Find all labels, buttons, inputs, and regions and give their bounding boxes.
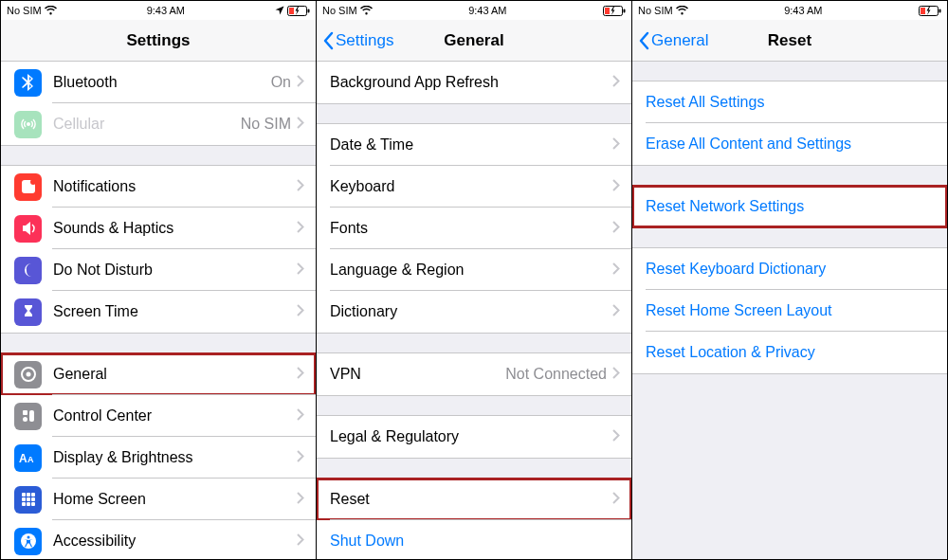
row-bg-refresh[interactable]: Background App Refresh (317, 62, 631, 103)
text-size-icon: AA (14, 444, 42, 472)
row-label: Sounds & Haptics (53, 220, 297, 237)
row-accessibility[interactable]: Accessibility (1, 520, 316, 559)
row-general[interactable]: General (1, 353, 316, 395)
general-list[interactable]: Background App Refresh Date & Time Keybo… (317, 62, 631, 559)
row-label: Control Center (53, 407, 297, 425)
row-cellular[interactable]: Cellular No SIM (1, 103, 316, 145)
svg-rect-14 (27, 493, 30, 497)
time-label: 9:43 AM (147, 5, 185, 16)
wifi-icon (676, 6, 688, 15)
row-label: Reset Home Screen Layout (646, 302, 936, 319)
three-pane-container: No SIM 9:43 AM Settings (0, 0, 948, 560)
svg-rect-10 (23, 417, 27, 422)
group: General Control Center AA Display & Brig… (1, 352, 316, 559)
wifi-icon (360, 6, 373, 15)
wifi-icon (45, 6, 57, 15)
row-label: General (53, 366, 297, 383)
svg-rect-13 (22, 493, 26, 497)
chevron-right-icon (297, 178, 304, 195)
row-dictionary[interactable]: Dictionary (317, 291, 631, 333)
back-label: Settings (336, 31, 393, 50)
row-display[interactable]: AA Display & Brightness (1, 437, 316, 479)
row-label: Cellular (53, 116, 241, 133)
chevron-left-icon (322, 31, 334, 50)
group: Legal & Regulatory (317, 415, 631, 459)
row-notifications[interactable]: Notifications (1, 166, 316, 208)
sounds-icon (14, 215, 42, 243)
row-language[interactable]: Language & Region (317, 249, 631, 291)
chevron-right-icon (297, 491, 304, 508)
svg-rect-16 (22, 497, 26, 501)
row-label: Legal & Regulatory (330, 428, 612, 445)
row-fonts[interactable]: Fonts (317, 208, 631, 249)
row-erase-all[interactable]: Erase All Content and Settings (632, 123, 947, 165)
chevron-right-icon (297, 533, 304, 550)
svg-rect-19 (22, 502, 26, 506)
group: VPN Not Connected (317, 352, 631, 396)
battery-charging-icon (287, 6, 310, 16)
svg-rect-20 (27, 502, 30, 506)
row-controlcenter[interactable]: Control Center (1, 395, 316, 437)
row-label: Display & Brightness (53, 449, 297, 466)
row-reset-location[interactable]: Reset Location & Privacy (632, 332, 947, 373)
chevron-right-icon (612, 220, 620, 237)
svg-rect-31 (605, 8, 610, 14)
row-label: Fonts (330, 220, 612, 237)
row-label: Background App Refresh (330, 74, 612, 91)
row-screentime[interactable]: Screen Time (1, 291, 316, 333)
pane-settings: No SIM 9:43 AM Settings (1, 1, 317, 559)
back-button[interactable]: General (638, 31, 708, 50)
chevron-right-icon (297, 116, 304, 133)
chevron-right-icon (297, 449, 304, 466)
row-homescreen[interactable]: Home Screen (1, 479, 316, 520)
back-button[interactable]: Settings (322, 31, 393, 50)
group: Bluetooth On Cellular No SIM (1, 62, 316, 146)
gear-icon (14, 361, 42, 388)
status-bar: No SIM 9:43 AM (632, 1, 947, 20)
chevron-right-icon (612, 74, 620, 91)
row-keyboard[interactable]: Keyboard (317, 166, 631, 208)
time-label: 9:43 AM (468, 5, 506, 16)
chevron-right-icon (297, 366, 304, 383)
chevron-right-icon (612, 178, 620, 195)
row-reset-home[interactable]: Reset Home Screen Layout (632, 290, 947, 332)
back-label: General (651, 31, 708, 50)
group: Reset Keyboard Dictionary Reset Home Scr… (632, 247, 947, 374)
row-reset[interactable]: Reset (317, 479, 631, 520)
time-label: 9:43 AM (784, 5, 822, 16)
row-label: Reset Keyboard Dictionary (646, 261, 936, 278)
svg-rect-17 (27, 497, 30, 501)
row-reset-network[interactable]: Reset Network Settings (632, 186, 947, 227)
row-label: Reset Location & Privacy (646, 344, 936, 361)
row-label: Screen Time (53, 303, 297, 320)
row-vpn[interactable]: VPN Not Connected (317, 353, 631, 395)
sliders-icon (14, 403, 42, 430)
group: Reset All Settings Erase All Content and… (632, 81, 947, 166)
carrier-label: No SIM (638, 5, 673, 16)
row-label: Bluetooth (53, 74, 271, 91)
row-shutdown[interactable]: Shut Down (317, 520, 631, 559)
chevron-right-icon (612, 491, 620, 508)
chevron-right-icon (612, 136, 620, 154)
row-sounds[interactable]: Sounds & Haptics (1, 208, 316, 249)
row-bluetooth[interactable]: Bluetooth On (1, 62, 316, 103)
pane-reset: No SIM 9:43 AM General Reset Reset All S… (632, 1, 947, 559)
reset-list[interactable]: Reset All Settings Erase All Content and… (632, 62, 947, 559)
row-dnd[interactable]: Do Not Disturb (1, 249, 316, 291)
svg-rect-30 (623, 9, 625, 12)
svg-point-7 (26, 372, 30, 377)
settings-list[interactable]: Bluetooth On Cellular No SIM Notificatio… (1, 62, 316, 559)
group: Notifications Sounds & Haptics Do Not Di… (1, 165, 316, 334)
row-datetime[interactable]: Date & Time (317, 124, 631, 166)
group: Date & Time Keyboard Fonts Language & Re… (317, 123, 631, 334)
row-reset-all[interactable]: Reset All Settings (632, 81, 947, 123)
svg-point-5 (30, 179, 36, 185)
svg-rect-8 (23, 410, 27, 415)
row-reset-keyboard[interactable]: Reset Keyboard Dictionary (632, 248, 947, 290)
page-title: Settings (126, 31, 190, 50)
svg-rect-1 (307, 9, 309, 12)
chevron-right-icon (612, 428, 620, 445)
row-legal[interactable]: Legal & Regulatory (317, 416, 631, 458)
svg-point-3 (27, 122, 30, 126)
accessibility-icon (14, 528, 42, 555)
